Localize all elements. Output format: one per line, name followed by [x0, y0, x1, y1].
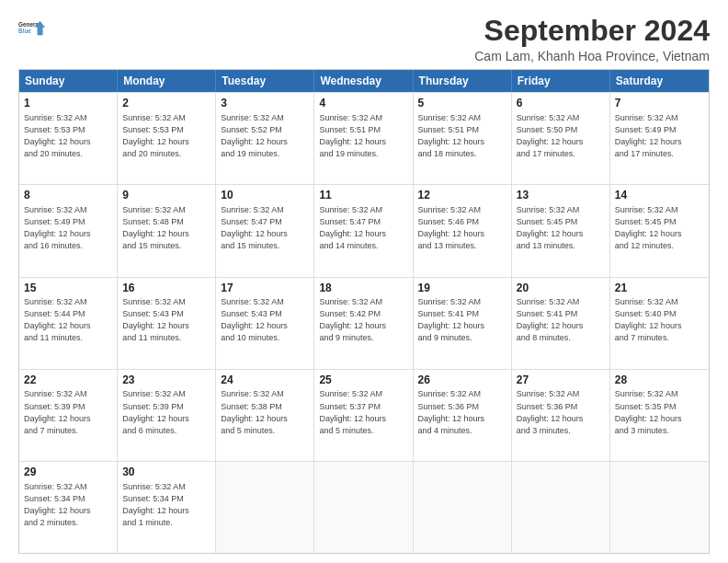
day-number: 8 [24, 188, 112, 203]
calendar-header: Sunday Monday Tuesday Wednesday Thursday… [19, 70, 709, 92]
title-section: September 2024 Cam Lam, Khanh Hoa Provin… [474, 15, 710, 63]
day-info: Sunrise: 5:32 AM Sunset: 5:52 PM Dayligh… [221, 112, 309, 160]
header-wednesday: Wednesday [314, 70, 413, 92]
day-7: 7Sunrise: 5:32 AM Sunset: 5:49 PM Daylig… [610, 93, 709, 184]
day-info: Sunrise: 5:32 AM Sunset: 5:53 PM Dayligh… [24, 112, 112, 160]
svg-text:Blue: Blue [18, 28, 31, 34]
day-info: Sunrise: 5:32 AM Sunset: 5:41 PM Dayligh… [517, 296, 605, 344]
week-row-3: 15Sunrise: 5:32 AM Sunset: 5:44 PM Dayli… [19, 277, 709, 369]
day-info: Sunrise: 5:32 AM Sunset: 5:35 PM Dayligh… [615, 388, 704, 436]
day-number: 3 [221, 96, 309, 111]
week-row-4: 22Sunrise: 5:32 AM Sunset: 5:39 PM Dayli… [19, 369, 709, 461]
day-number: 24 [221, 373, 309, 388]
day-20: 20Sunrise: 5:32 AM Sunset: 5:41 PM Dayli… [512, 278, 610, 369]
logo-icon: GeneralBlue [18, 15, 46, 42]
header-friday: Friday [512, 70, 610, 92]
month-title: September 2024 [474, 15, 710, 47]
empty-cell-4-6 [610, 462, 709, 553]
day-number: 23 [122, 373, 210, 388]
day-info: Sunrise: 5:32 AM Sunset: 5:34 PM Dayligh… [122, 481, 210, 529]
day-29: 29Sunrise: 5:32 AM Sunset: 5:34 PM Dayli… [19, 462, 118, 553]
day-13: 13Sunrise: 5:32 AM Sunset: 5:45 PM Dayli… [512, 185, 610, 276]
day-number: 7 [615, 96, 704, 111]
day-number: 26 [418, 373, 506, 388]
day-14: 14Sunrise: 5:32 AM Sunset: 5:45 PM Dayli… [610, 185, 709, 276]
day-number: 4 [319, 96, 407, 111]
day-info: Sunrise: 5:32 AM Sunset: 5:34 PM Dayligh… [24, 481, 112, 529]
day-number: 25 [319, 373, 407, 388]
day-number: 27 [517, 373, 605, 388]
day-info: Sunrise: 5:32 AM Sunset: 5:51 PM Dayligh… [319, 112, 407, 160]
day-number: 14 [615, 188, 704, 203]
day-5: 5Sunrise: 5:32 AM Sunset: 5:51 PM Daylig… [414, 93, 512, 184]
day-number: 15 [24, 281, 112, 296]
day-4: 4Sunrise: 5:32 AM Sunset: 5:51 PM Daylig… [314, 93, 413, 184]
day-30: 30Sunrise: 5:32 AM Sunset: 5:34 PM Dayli… [118, 462, 216, 553]
day-info: Sunrise: 5:32 AM Sunset: 5:47 PM Dayligh… [319, 204, 407, 252]
day-info: Sunrise: 5:32 AM Sunset: 5:36 PM Dayligh… [517, 388, 605, 436]
day-27: 27Sunrise: 5:32 AM Sunset: 5:36 PM Dayli… [512, 370, 610, 461]
week-row-5: 29Sunrise: 5:32 AM Sunset: 5:34 PM Dayli… [19, 461, 709, 553]
calendar: Sunday Monday Tuesday Wednesday Thursday… [18, 69, 710, 554]
day-1: 1Sunrise: 5:32 AM Sunset: 5:53 PM Daylig… [19, 93, 118, 184]
day-17: 17Sunrise: 5:32 AM Sunset: 5:43 PM Dayli… [216, 278, 314, 369]
day-26: 26Sunrise: 5:32 AM Sunset: 5:36 PM Dayli… [414, 370, 512, 461]
header-tuesday: Tuesday [216, 70, 314, 92]
day-number: 17 [221, 281, 309, 296]
day-info: Sunrise: 5:32 AM Sunset: 5:45 PM Dayligh… [615, 204, 704, 252]
header-sunday: Sunday [19, 70, 118, 92]
day-16: 16Sunrise: 5:32 AM Sunset: 5:43 PM Dayli… [118, 278, 216, 369]
day-info: Sunrise: 5:32 AM Sunset: 5:39 PM Dayligh… [122, 388, 210, 436]
day-12: 12Sunrise: 5:32 AM Sunset: 5:46 PM Dayli… [414, 185, 512, 276]
day-info: Sunrise: 5:32 AM Sunset: 5:53 PM Dayligh… [122, 112, 210, 160]
day-info: Sunrise: 5:32 AM Sunset: 5:46 PM Dayligh… [418, 204, 506, 252]
day-number: 1 [24, 96, 112, 111]
week-row-1: 1Sunrise: 5:32 AM Sunset: 5:53 PM Daylig… [19, 92, 709, 184]
day-number: 13 [517, 188, 605, 203]
day-info: Sunrise: 5:32 AM Sunset: 5:49 PM Dayligh… [615, 112, 704, 160]
day-number: 16 [122, 281, 210, 296]
day-number: 5 [418, 96, 506, 111]
day-number: 9 [122, 188, 210, 203]
header-saturday: Saturday [610, 70, 709, 92]
day-info: Sunrise: 5:32 AM Sunset: 5:49 PM Dayligh… [24, 204, 112, 252]
empty-cell-4-3 [314, 462, 413, 553]
day-info: Sunrise: 5:32 AM Sunset: 5:43 PM Dayligh… [122, 296, 210, 344]
calendar-body: 1Sunrise: 5:32 AM Sunset: 5:53 PM Daylig… [19, 92, 709, 553]
day-number: 29 [24, 465, 112, 480]
day-2: 2Sunrise: 5:32 AM Sunset: 5:53 PM Daylig… [118, 93, 216, 184]
day-11: 11Sunrise: 5:32 AM Sunset: 5:47 PM Dayli… [314, 185, 413, 276]
day-number: 30 [122, 465, 210, 480]
day-info: Sunrise: 5:32 AM Sunset: 5:38 PM Dayligh… [221, 388, 309, 436]
day-info: Sunrise: 5:32 AM Sunset: 5:39 PM Dayligh… [24, 388, 112, 436]
day-number: 28 [615, 373, 704, 388]
day-info: Sunrise: 5:32 AM Sunset: 5:45 PM Dayligh… [517, 204, 605, 252]
logo: GeneralBlue [18, 15, 46, 42]
day-23: 23Sunrise: 5:32 AM Sunset: 5:39 PM Dayli… [118, 370, 216, 461]
day-info: Sunrise: 5:32 AM Sunset: 5:47 PM Dayligh… [221, 204, 309, 252]
day-10: 10Sunrise: 5:32 AM Sunset: 5:47 PM Dayli… [216, 185, 314, 276]
day-28: 28Sunrise: 5:32 AM Sunset: 5:35 PM Dayli… [610, 370, 709, 461]
day-number: 20 [517, 281, 605, 296]
day-number: 21 [615, 281, 704, 296]
empty-cell-4-2 [216, 462, 314, 553]
week-row-2: 8Sunrise: 5:32 AM Sunset: 5:49 PM Daylig… [19, 184, 709, 276]
day-number: 10 [221, 188, 309, 203]
day-info: Sunrise: 5:32 AM Sunset: 5:41 PM Dayligh… [418, 296, 506, 344]
day-number: 6 [517, 96, 605, 111]
day-8: 8Sunrise: 5:32 AM Sunset: 5:49 PM Daylig… [19, 185, 118, 276]
day-number: 11 [319, 188, 407, 203]
day-info: Sunrise: 5:32 AM Sunset: 5:40 PM Dayligh… [615, 296, 704, 344]
day-6: 6Sunrise: 5:32 AM Sunset: 5:50 PM Daylig… [512, 93, 610, 184]
empty-cell-4-4 [414, 462, 512, 553]
location: Cam Lam, Khanh Hoa Province, Vietnam [474, 49, 710, 63]
header-thursday: Thursday [414, 70, 512, 92]
day-info: Sunrise: 5:32 AM Sunset: 5:37 PM Dayligh… [319, 388, 407, 436]
day-info: Sunrise: 5:32 AM Sunset: 5:36 PM Dayligh… [418, 388, 506, 436]
day-9: 9Sunrise: 5:32 AM Sunset: 5:48 PM Daylig… [118, 185, 216, 276]
day-25: 25Sunrise: 5:32 AM Sunset: 5:37 PM Dayli… [314, 370, 413, 461]
day-15: 15Sunrise: 5:32 AM Sunset: 5:44 PM Dayli… [19, 278, 118, 369]
header: GeneralBlue September 2024 Cam Lam, Khan… [18, 15, 710, 63]
day-number: 22 [24, 373, 112, 388]
day-22: 22Sunrise: 5:32 AM Sunset: 5:39 PM Dayli… [19, 370, 118, 461]
